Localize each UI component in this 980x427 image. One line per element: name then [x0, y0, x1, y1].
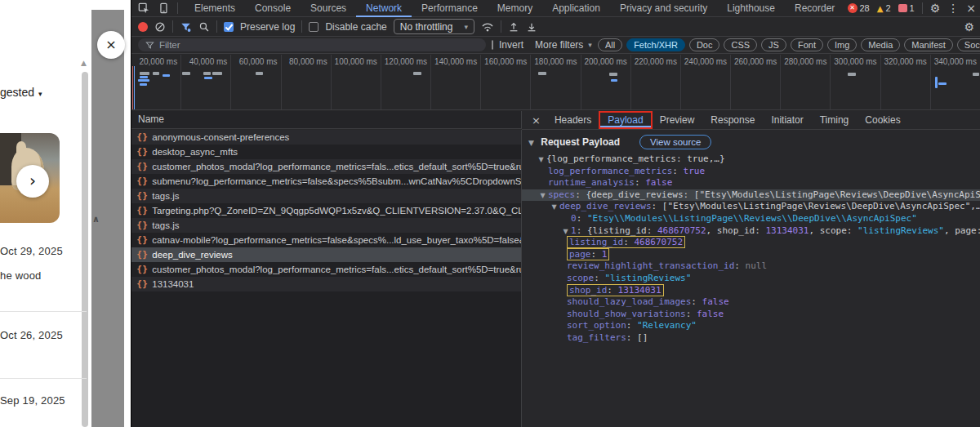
tab-memory[interactable]: Memory [488, 0, 542, 17]
tab-privacy-and-security[interactable]: Privacy and security [610, 0, 717, 17]
filter-pill-all[interactable]: All [598, 38, 622, 51]
filter-pill-media[interactable]: Media [861, 38, 900, 51]
request-row[interactable]: {}catnav-mobile?log_performance_metrics=… [131, 233, 521, 247]
expand-arrow-icon[interactable]: ▼ [537, 190, 548, 202]
network-settings-gear-icon[interactable]: ⚙ [964, 20, 974, 33]
payload-value: ["Etsy\Modules\ListingPage\Reviews\DeepD… [662, 201, 980, 211]
filter-pill-socket[interactable]: Socket [957, 38, 980, 51]
payload-value: 468670752 [634, 237, 683, 247]
filter-pill-manifest[interactable]: Manifest [904, 38, 953, 51]
device-toolbar-icon[interactable] [158, 2, 169, 14]
search-icon[interactable] [198, 21, 210, 33]
overview-request-bar [256, 72, 263, 75]
expand-arrow-icon[interactable]: ▼ [549, 202, 559, 214]
scrollbar-up-icon[interactable]: ▲ [81, 59, 87, 67]
request-row[interactable]: {}tags.js [131, 189, 521, 203]
tab-sources[interactable]: Sources [301, 0, 356, 17]
view-source-button[interactable]: View source [639, 135, 711, 149]
timeline-tick: 160,000 ms [481, 55, 531, 110]
preserve-log-checkbox[interactable] [224, 22, 234, 32]
details-tab-headers[interactable]: Headers [547, 113, 599, 127]
export-har-icon[interactable] [526, 21, 537, 33]
payload-separator: : [734, 260, 745, 271]
filter-pill-img[interactable]: Img [827, 38, 857, 51]
filter-pill-doc[interactable]: Doc [689, 38, 720, 51]
expand-arrow-icon[interactable]: ▼ [536, 154, 546, 167]
payload-key: shop_id [569, 285, 607, 296]
fetch-icon: {} [136, 159, 148, 174]
timeline-tick: 280,000 ms [781, 55, 831, 110]
overview-request-bar [182, 72, 190, 75]
filter-pill-js[interactable]: JS [761, 38, 786, 51]
network-overview[interactable]: 20,000 ms40,000 ms60,000 ms80,000 ms100,… [131, 55, 980, 110]
request-name: catnav-mobile?log_performance_metrics=fa… [152, 233, 521, 247]
payload-line: scope: "listingReviews" [522, 273, 980, 285]
reviews-sort-dropdown[interactable]: gested▾ [0, 86, 42, 99]
inspect-element-icon[interactable] [138, 2, 149, 14]
details-tab-payload[interactable]: Payload [600, 113, 650, 127]
payload-value: {log_performance_metrics: true,…} [546, 153, 725, 164]
filter-pill-font[interactable]: Font [791, 38, 823, 51]
details-tab-preview[interactable]: Preview [653, 113, 702, 127]
more-options-icon[interactable]: ⋮ [947, 2, 959, 15]
warning-badge[interactable]: ▲2 [877, 3, 891, 13]
photo-next-button[interactable]: › [16, 165, 49, 198]
payload-line[interactable]: ▼specs: {deep_dive_reviews: ["Etsy\Modul… [522, 189, 980, 202]
request-row[interactable]: {}anonymous-consent-preferences [131, 130, 521, 145]
tab-application[interactable]: Application [542, 0, 610, 17]
page-scrollbar[interactable] [82, 72, 88, 427]
details-tab-initiator[interactable]: Initiator [764, 113, 810, 127]
payload-value: 13134031 [618, 285, 662, 296]
payload-line[interactable]: ▼deep_dive_reviews: ["Etsy\Modules\Listi… [522, 201, 980, 213]
network-conditions-icon[interactable] [481, 21, 494, 33]
timeline-tick: 300,000 ms [831, 55, 880, 110]
payload-line: should_lazy_load_images: false [522, 296, 980, 309]
overview-request-bar [153, 72, 159, 75]
request-row[interactable]: {}customer_photos_modal?log_performance_… [131, 262, 521, 277]
import-har-icon[interactable] [508, 21, 519, 33]
payload-value: 1 [602, 249, 608, 260]
tab-elements[interactable]: Elements [185, 0, 245, 17]
tab-console[interactable]: Console [245, 0, 301, 17]
payload-line[interactable]: ▼{log_performance_metrics: true,…} [522, 153, 980, 166]
modal-close-button[interactable]: × [97, 31, 125, 59]
filter-toggle-icon[interactable] [180, 21, 192, 33]
more-filters-button[interactable]: More filters ▾ [535, 39, 592, 51]
tab-network[interactable]: Network [356, 0, 412, 17]
payload-line[interactable]: ▼1: {listing_id: 468670752, shop_id: 131… [522, 225, 980, 238]
tab-performance[interactable]: Performance [412, 0, 488, 17]
tab-lighthouse[interactable]: Lighthouse [717, 0, 785, 17]
record-button[interactable] [138, 22, 148, 32]
disable-cache-checkbox[interactable] [309, 22, 318, 32]
close-details-icon[interactable]: × [527, 114, 546, 127]
tab-recorder[interactable]: Recorder [785, 0, 844, 17]
fetch-icon: {} [136, 145, 148, 159]
details-tab-cookies[interactable]: Cookies [858, 113, 907, 127]
request-row[interactable]: {}tags.js [131, 218, 521, 233]
details-tab-timing[interactable]: Timing [813, 113, 857, 127]
devtools-close-icon[interactable]: × [966, 2, 976, 15]
payload-value: "Relevancy" [637, 320, 697, 331]
filter-pill-fetch-xhr[interactable]: Fetch/XHR [626, 38, 685, 51]
name-column-header[interactable]: Name [131, 111, 522, 129]
error-badge[interactable]: ✕28 [848, 3, 870, 13]
request-row[interactable]: {}Targeting.php?Q_ZoneID=ZN_9Qqgp5dWQP1x… [131, 203, 521, 218]
request-row[interactable]: {}desktop_async_mfts [131, 145, 521, 159]
collapse-chevron-icon[interactable]: ∧ [92, 214, 100, 225]
payload-line: sort_option: "Relevancy" [522, 320, 980, 332]
invert-checkbox[interactable] [492, 40, 493, 50]
clear-button[interactable] [154, 21, 166, 33]
settings-gear-icon[interactable]: ⚙ [930, 2, 941, 15]
payload-preview-segment: , scope: [808, 225, 858, 236]
request-row[interactable]: {}submenu?log_performance_metrics=false&… [131, 174, 521, 189]
request-payload-section-toggle[interactable]: ▼ Request Payload [528, 136, 620, 148]
filter-input[interactable]: Filter [138, 38, 486, 51]
issues-badge[interactable]: 1 [898, 3, 915, 13]
request-row[interactable]: {}13134031 [131, 277, 521, 291]
overview-request-bar [204, 77, 212, 79]
filter-pill-css[interactable]: CSS [724, 38, 757, 51]
throttling-select[interactable]: No throttling ▾ [394, 19, 474, 34]
request-row[interactable]: {}customer_photos_modal?log_performance_… [131, 159, 521, 174]
request-row[interactable]: {}deep_dive_reviews [131, 247, 521, 262]
details-tab-response[interactable]: Response [703, 113, 762, 127]
